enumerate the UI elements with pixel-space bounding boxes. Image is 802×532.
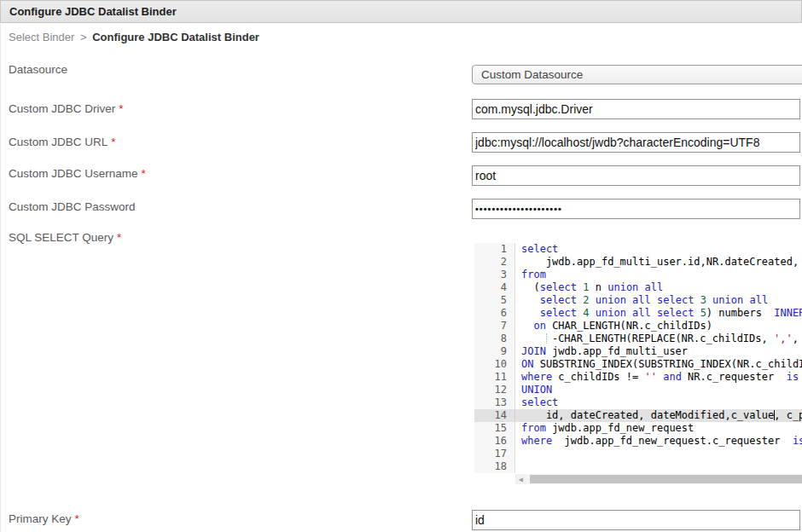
required-asterisk: * [75,512,79,525]
datasource-selected-value: Custom Datasource [481,68,583,81]
breadcrumb-current: Configure JDBC Datalist Binder [92,31,259,43]
jdbc-username-label: Custom JDBC Username* [9,167,146,180]
code-line-2: 2 jwdb.app_fd_multi_user.id,NR.dateCreat… [474,256,802,269]
required-asterisk: * [142,167,146,180]
line-number: 11 [474,371,515,384]
page-title: Configure JDBC Datalist Binder [9,5,177,18]
code-line-5: 5 select 2 union all select 3 union all [474,294,802,307]
code-line-6: 6 select 4 union all select 5) numbers I… [474,307,802,320]
form-left-border [0,24,1,532]
breadcrumb: Select Binder > Configure JDBC Datalist … [9,31,259,43]
breadcrumb-select-binder[interactable]: Select Binder [9,31,74,43]
line-number: 9 [474,345,515,358]
line-number: 7 [474,320,515,332]
code-line-7: 7 on CHAR_LENGTH(NR.c_childIDs) [474,320,802,332]
code-line-9: 9JOIN jwdb.app_fd_multi_user [474,345,802,358]
line-number: 5 [474,294,515,307]
required-asterisk: * [117,231,121,244]
line-number: 16 [474,435,515,448]
line-number: 6 [474,307,515,320]
jdbc-url-label: Custom JDBC URL* [9,136,116,148]
primary-key-label: Primary Key* [9,512,79,525]
line-number: 2 [474,256,515,269]
code-line-12: 12UNION [474,384,802,396]
line-number: 17 [474,448,515,460]
code-line-17: 17 [474,448,802,460]
tab-indent-marker [546,333,552,344]
line-number: 4 [474,281,515,294]
dialog-header: Configure JDBC Datalist Binder [0,0,802,23]
code-line-11: 11where c_childIDs != '' and NR.c_reques… [474,371,802,384]
line-number: 10 [474,358,515,371]
datasource-select[interactable]: Custom Datasource [472,65,802,84]
jdbc-username-input[interactable] [472,165,800,186]
configure-jdbc-datalist-binder-page: Configure JDBC Datalist Binder Select Bi… [0,0,802,532]
line-number: 1 [474,243,515,256]
required-asterisk: * [119,102,123,115]
code-line-8: 8 -CHAR_LENGTH(REPLACE(NR.c_childIDs, ',… [474,332,802,345]
datasource-label: Datasource [9,63,67,76]
code-line-15: 15from jwdb.app_fd_new_request [474,422,802,435]
editor-horizontal-scrollbar[interactable]: ◀ [515,474,802,484]
code-line-4: 4 (select 1 n union all [474,281,802,294]
jdbc-password-input[interactable] [472,199,800,219]
primary-key-input[interactable] [472,510,800,530]
jdbc-driver-label: Custom JDBC Driver* [9,102,124,115]
line-number: 15 [474,422,515,435]
code-line-16: 16where jwdb.app_fd_new_request.c_reques… [474,435,802,448]
line-number: 12 [474,384,515,396]
code-line-13: 13select [474,396,802,409]
code-line-14: 14 id, dateCreated, dateModified,c_value… [474,409,802,422]
code-line-1: 1select [474,243,802,256]
line-number: 8 [474,332,515,345]
line-number: 14 [474,409,515,422]
scrollbar-track[interactable] [526,474,802,484]
line-number: 18 [474,460,515,473]
sql-query-editor[interactable]: 1select2 jwdb.app_fd_multi_user.id,NR.da… [474,241,802,486]
code-line-18: 18 [474,460,802,473]
breadcrumb-separator: > [78,31,90,43]
required-asterisk: * [111,136,115,148]
code-line-3: 3from [474,269,802,281]
code-line-10: 10ON SUBSTRING_INDEX(SUBSTRING_INDEX(NR.… [474,358,802,371]
jdbc-password-label: Custom JDBC Password [9,200,136,213]
scrollbar-thumb[interactable] [530,475,802,483]
jdbc-url-input[interactable] [472,132,800,153]
line-number: 3 [474,269,515,281]
sql-query-label: SQL SELECT Query* [9,231,121,244]
scroll-left-arrow-icon[interactable]: ◀ [515,474,526,484]
jdbc-driver-input[interactable] [472,99,800,119]
line-number: 13 [474,396,515,409]
sql-editor-lines: 1select2 jwdb.app_fd_multi_user.id,NR.da… [474,243,802,473]
